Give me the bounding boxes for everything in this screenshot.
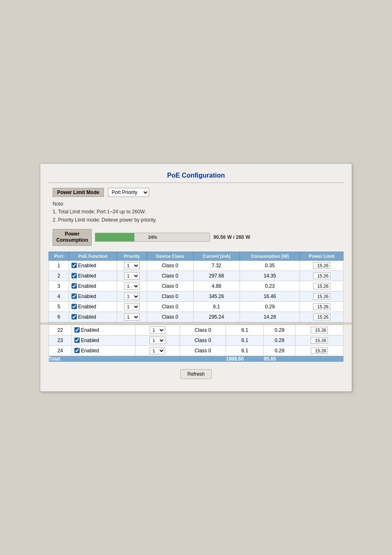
enabled-label: Enabled (78, 294, 96, 299)
power-limit-input[interactable] (313, 303, 330, 310)
enabled-label: Enabled (78, 314, 96, 320)
power-limit-input[interactable] (313, 262, 330, 269)
cell-power-limit[interactable] (295, 335, 344, 345)
poe-enabled-checkbox[interactable] (71, 273, 77, 278)
priority-select[interactable]: 1 2 3 (124, 272, 140, 280)
mode-select[interactable]: Port Priority (108, 188, 149, 197)
cell-power-limit[interactable] (300, 260, 344, 271)
mode-row: Power Limit Mode Port Priority (48, 188, 344, 197)
poe-enabled-checkbox[interactable] (74, 338, 80, 343)
cell-port: 24 (49, 345, 72, 356)
cell-device-class: Class 0 (147, 291, 193, 301)
poe-enabled-checkbox[interactable] (74, 327, 80, 333)
cell-priority[interactable]: 1 2 3 (117, 291, 147, 301)
poe-enabled-checkbox[interactable] (74, 348, 80, 353)
priority-select[interactable]: 1 2 3 (124, 313, 140, 321)
cell-priority[interactable]: 1 2 3 (135, 345, 180, 356)
cell-consumption: 14.35 (240, 271, 300, 281)
col-port: Port (49, 252, 69, 260)
priority-select[interactable]: 1 2 3 (150, 326, 165, 334)
power-limit-input[interactable] (313, 273, 330, 279)
cell-priority[interactable]: 1 2 3 (117, 271, 147, 281)
power-limit-input[interactable] (311, 337, 328, 344)
enabled-label: Enabled (78, 304, 96, 310)
power-bar-pct: 34% (148, 235, 157, 240)
cell-power-limit[interactable] (300, 281, 344, 291)
cell-consumption: 0.23 (240, 281, 300, 291)
cell-current: 4.88 (193, 281, 240, 291)
cell-current: 345.26 (193, 291, 240, 301)
priority-select[interactable]: 1 2 3 (124, 282, 140, 290)
table-row: 22 Enabled 1 2 3 Class 0 6.1 0.29 (49, 325, 344, 335)
cell-device-class: Class 0 (180, 345, 226, 356)
total-label: Total (49, 356, 226, 362)
poe-enabled-checkbox[interactable] (71, 283, 77, 289)
col-priority: Priority (117, 252, 147, 260)
poe-enabled-checkbox[interactable] (71, 294, 77, 299)
power-limit-input[interactable] (311, 347, 328, 354)
cell-consumption: 0.29 (264, 325, 295, 335)
cell-current: 295.24 (193, 312, 240, 322)
enabled-label: Enabled (78, 283, 96, 289)
power-progress-bar: 34% (95, 233, 210, 242)
cell-priority[interactable]: 1 2 3 (135, 335, 180, 345)
cell-power-limit[interactable] (300, 271, 344, 281)
col-consumption: Consumption [W] (240, 252, 300, 260)
cell-power-limit[interactable] (295, 325, 344, 335)
table-row: 6 Enabled 1 2 3 Class 0 295.24 14.28 (49, 312, 344, 322)
cell-priority[interactable]: 1 2 3 (117, 281, 147, 291)
mode-label: Power Limit Mode (53, 188, 104, 197)
cell-device-class: Class 0 (147, 271, 193, 281)
cell-poe-function[interactable]: Enabled (69, 301, 117, 312)
cell-device-class: Class 0 (180, 325, 226, 335)
cell-current: 7.32 (193, 260, 240, 271)
priority-select[interactable]: 1 2 3 (124, 303, 140, 310)
poe-enabled-checkbox[interactable] (71, 314, 77, 319)
cell-device-class: Class 0 (180, 335, 226, 345)
cell-device-class: Class 0 (147, 312, 193, 322)
priority-select[interactable]: 1 2 3 (124, 262, 140, 269)
cell-poe-function[interactable]: Enabled (69, 260, 117, 271)
cell-priority[interactable]: 1 2 3 (117, 301, 147, 312)
total-current: 1988.60 (226, 356, 264, 362)
note-line-0: Note: (53, 200, 344, 208)
cell-priority[interactable]: 1 2 3 (117, 260, 147, 271)
cell-power-limit[interactable] (300, 312, 344, 322)
cell-poe-function[interactable]: Enabled (69, 271, 117, 281)
cell-port: 6 (49, 312, 69, 322)
cell-poe-function[interactable]: Enabled (69, 312, 117, 322)
power-limit-input[interactable] (313, 283, 330, 289)
cell-device-class: Class 0 (147, 281, 193, 291)
cell-poe-function[interactable]: Enabled (69, 281, 117, 291)
note-block: Note: 1. Total Limit mode: Port 1~24 up … (48, 200, 344, 224)
cell-poe-function[interactable]: Enabled (71, 325, 135, 335)
cell-poe-function[interactable]: Enabled (71, 345, 135, 356)
cell-port: 2 (49, 271, 69, 281)
refresh-button[interactable]: Refresh (180, 369, 212, 379)
power-limit-input[interactable] (311, 327, 328, 333)
cell-current: 6.1 (226, 335, 264, 345)
priority-select[interactable]: 1 2 3 (150, 337, 165, 344)
cell-poe-function[interactable]: Enabled (69, 291, 117, 301)
cell-priority[interactable]: 1 2 3 (135, 325, 180, 335)
cell-priority[interactable]: 1 2 3 (117, 312, 147, 322)
power-value: 90.56 W / 260 W (213, 234, 250, 240)
priority-select[interactable]: 1 2 3 (124, 293, 140, 300)
priority-select[interactable]: 1 2 3 (150, 347, 165, 354)
cell-poe-function[interactable]: Enabled (71, 335, 135, 345)
cell-power-limit[interactable] (295, 345, 344, 356)
power-limit-input[interactable] (313, 314, 330, 320)
enabled-label: Enabled (81, 348, 99, 354)
table-row: 1 Enabled 1 2 3 Class 0 7.32 0.35 (49, 260, 344, 271)
poe-enabled-checkbox[interactable] (71, 263, 77, 268)
cell-consumption: 0.29 (240, 301, 300, 312)
cell-power-limit[interactable] (300, 301, 344, 312)
cell-device-class: Class 0 (147, 260, 193, 271)
table-row: 2 Enabled 1 2 3 Class 0 297.68 14.35 (49, 271, 344, 281)
power-limit-input[interactable] (313, 293, 330, 300)
col-poe-function: PoE Function (69, 252, 117, 260)
poe-enabled-checkbox[interactable] (71, 304, 77, 309)
enabled-label: Enabled (78, 263, 96, 268)
cell-power-limit[interactable] (300, 291, 344, 301)
table-header-row: Port PoE Function Priority Device Class … (49, 252, 344, 260)
